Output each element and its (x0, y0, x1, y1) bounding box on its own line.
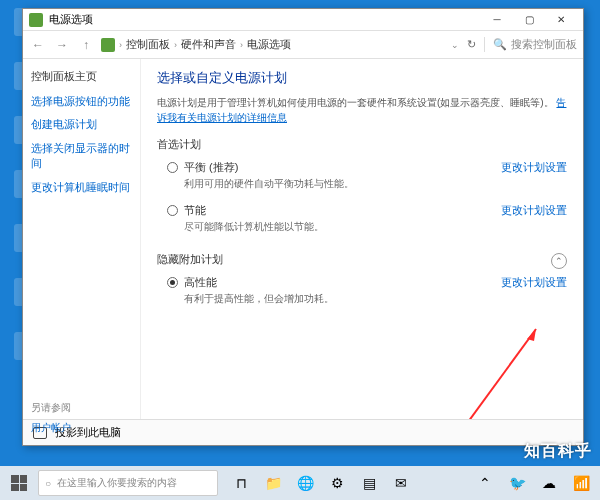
tray-icon[interactable]: 🐦 (502, 468, 532, 498)
taskbar-app-icon[interactable]: ✉ (386, 468, 416, 498)
minimize-button[interactable]: ─ (481, 10, 513, 30)
tray-icon[interactable]: ☁ (534, 468, 564, 498)
search-icon: 🔍 (493, 38, 507, 51)
svg-line-0 (441, 329, 536, 419)
control-panel-icon (101, 38, 115, 52)
chevron-right-icon: › (119, 40, 122, 50)
svg-marker-1 (527, 329, 536, 341)
start-button[interactable] (4, 468, 34, 498)
change-plan-link[interactable]: 更改计划设置 (501, 275, 567, 290)
search-placeholder: 搜索控制面板 (511, 37, 577, 52)
power-options-window: 电源选项 ─ ▢ ✕ ← → ↑ › 控制面板 › 硬件和声音 › 电源选项 ⌄… (22, 8, 584, 446)
plan-desc: 尽可能降低计算机性能以节能。 (184, 220, 501, 234)
plan-power-saver[interactable]: 节能 尽可能降低计算机性能以节能。 更改计划设置 (157, 203, 567, 244)
breadcrumb[interactable]: › 控制面板 › 硬件和声音 › 电源选项 (101, 37, 445, 52)
tray-icon[interactable]: ⌃ (470, 468, 500, 498)
refresh-icon[interactable]: ↻ (467, 38, 476, 51)
addressbar: ← → ↑ › 控制面板 › 硬件和声音 › 电源选项 ⌄ ↻ 🔍 搜索控制面板 (23, 31, 583, 59)
hidden-plans-title[interactable]: 隐藏附加计划 (157, 252, 223, 267)
plan-name: 平衡 (推荐) (184, 160, 501, 175)
sidebar: 控制面板主页 选择电源按钮的功能 创建电源计划 选择关闭显示器的时间 更改计算机… (23, 59, 141, 419)
titlebar: 电源选项 ─ ▢ ✕ (23, 9, 583, 31)
breadcrumb-item[interactable]: 硬件和声音 (181, 37, 236, 52)
taskbar-search-placeholder: 在这里输入你要搜索的内容 (57, 476, 177, 490)
window-title: 电源选项 (49, 12, 93, 27)
forward-button[interactable]: → (53, 36, 71, 54)
close-button[interactable]: ✕ (545, 10, 577, 30)
breadcrumb-item[interactable]: 电源选项 (247, 37, 291, 52)
plan-desc: 利用可用的硬件自动平衡功耗与性能。 (184, 177, 501, 191)
breadcrumb-item[interactable]: 控制面板 (126, 37, 170, 52)
taskbar-app-icon[interactable]: 📁 (258, 468, 288, 498)
task-view-icon[interactable]: ⊓ (226, 468, 256, 498)
plan-balanced[interactable]: 平衡 (推荐) 利用可用的硬件自动平衡功耗与性能。 更改计划设置 (157, 160, 567, 201)
sidebar-link[interactable]: 选择关闭显示器的时间 (31, 141, 132, 172)
change-plan-link[interactable]: 更改计划设置 (501, 160, 567, 175)
chevron-right-icon: › (240, 40, 243, 50)
control-panel-home-link[interactable]: 控制面板主页 (31, 69, 132, 84)
sidebar-link[interactable]: 更改计算机睡眠时间 (31, 180, 132, 195)
windows-logo-icon (11, 475, 27, 491)
chevron-down-icon[interactable]: ⌄ (451, 40, 459, 50)
chevron-right-icon: › (174, 40, 177, 50)
plan-name: 高性能 (184, 275, 501, 290)
watermark: 知百科乎 (524, 441, 592, 462)
radio-button[interactable] (167, 277, 178, 288)
see-also-title: 另请参阅 (31, 401, 71, 415)
app-icon (29, 13, 43, 27)
tray-icon[interactable]: 📶 (566, 468, 596, 498)
back-button[interactable]: ← (29, 36, 47, 54)
sidebar-link[interactable]: 选择电源按钮的功能 (31, 94, 132, 109)
project-bar[interactable]: 投影到此电脑 (23, 419, 583, 445)
change-plan-link[interactable]: 更改计划设置 (501, 203, 567, 218)
radio-button[interactable] (167, 162, 178, 173)
main-content: 选择或自定义电源计划 电源计划是用于管理计算机如何使用电源的一套硬件和系统设置(… (141, 59, 583, 419)
page-heading: 选择或自定义电源计划 (157, 69, 567, 87)
up-button[interactable]: ↑ (77, 36, 95, 54)
search-icon: ○ (45, 478, 51, 489)
taskbar-app-icon[interactable]: ⚙ (322, 468, 352, 498)
page-description: 电源计划是用于管理计算机如何使用电源的一套硬件和系统设置(如显示器亮度、睡眠等)… (157, 95, 567, 125)
plan-name: 节能 (184, 203, 501, 218)
radio-button[interactable] (167, 205, 178, 216)
taskbar: ○ 在这里输入你要搜索的内容 ⊓ 📁 🌐 ⚙ ▤ ✉ ⌃ 🐦 ☁ 📶 (0, 466, 600, 500)
search-input[interactable]: 🔍 搜索控制面板 (484, 37, 577, 52)
sidebar-link[interactable]: 创建电源计划 (31, 117, 132, 132)
collapse-icon[interactable]: ⌃ (551, 253, 567, 269)
see-also: 另请参阅 用户帐户 (31, 401, 71, 419)
taskbar-app-icon[interactable]: 🌐 (290, 468, 320, 498)
taskbar-search[interactable]: ○ 在这里输入你要搜索的内容 (38, 470, 218, 496)
preferred-plans-title: 首选计划 (157, 137, 567, 152)
maximize-button[interactable]: ▢ (513, 10, 545, 30)
plan-high-performance[interactable]: 高性能 有利于提高性能，但会增加功耗。 更改计划设置 (157, 275, 567, 316)
taskbar-app-icon[interactable]: ▤ (354, 468, 384, 498)
plan-desc: 有利于提高性能，但会增加功耗。 (184, 292, 501, 306)
